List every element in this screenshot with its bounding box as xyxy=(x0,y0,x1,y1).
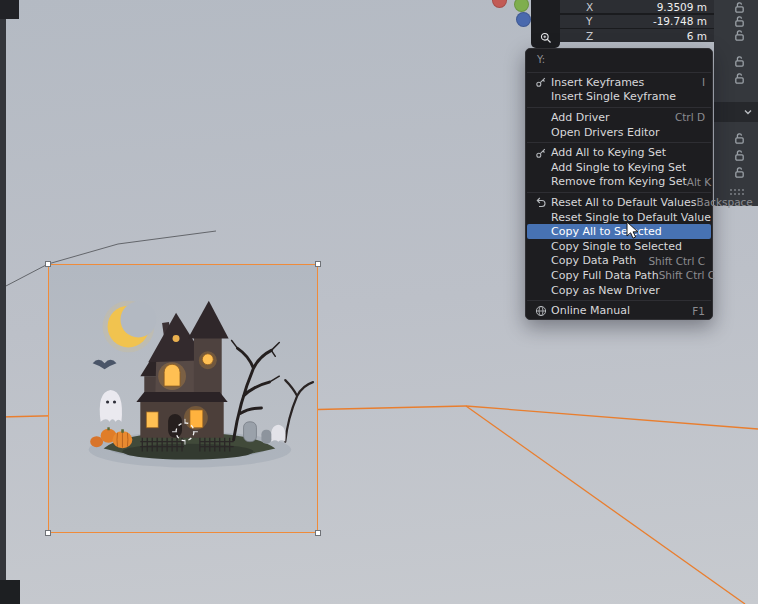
menu-item-shortcut: Backspace xyxy=(697,196,753,208)
menu-item-insert-single-keyframe[interactable]: Insert Single Keyframe xyxy=(526,90,712,105)
selection-handle-top-right[interactable] xyxy=(315,261,321,267)
field-value: -19.748 m xyxy=(653,15,714,27)
menu-item-label: Online Manual xyxy=(551,304,630,317)
lock-open-icon[interactable] xyxy=(733,29,746,42)
menu-item-label: Add Single to Keying Set xyxy=(551,161,686,174)
transform-location-fields: X 9.3509 m Y -19.748 m Z 6 m xyxy=(560,0,714,42)
menu-item-label: Copy as New Driver xyxy=(551,284,660,297)
key-icon xyxy=(532,76,549,88)
editor-edge-strip xyxy=(0,0,6,604)
gizmo-axis-z-ball[interactable] xyxy=(516,12,531,27)
selection-handle-top-left[interactable] xyxy=(45,261,51,267)
menu-item-label: Copy Single to Selected xyxy=(551,240,682,253)
chevron-down-icon xyxy=(743,107,753,117)
rotation-mode-dropdown[interactable] xyxy=(714,102,758,122)
field-label: Z xyxy=(560,30,612,42)
field-label: Y xyxy=(560,15,612,27)
adjacent-editor-corner-bottom xyxy=(0,580,20,604)
menu-item-reset-single-to-default-value[interactable]: Reset Single to Default Value xyxy=(526,210,712,225)
magnifier-icon xyxy=(540,32,552,44)
menu-item-shortcut: Shift Ctrl C xyxy=(659,269,716,281)
menu-item-copy-data-path[interactable]: Copy Data Path Shift Ctrl C xyxy=(526,254,712,269)
menu-item-label: Copy Full Data Path xyxy=(551,269,659,282)
menu-item-label: Open Drivers Editor xyxy=(551,126,660,139)
location-x-field[interactable]: X 9.3509 m xyxy=(560,0,714,13)
menu-item-remove-from-keying-set[interactable]: Remove from Keying Set Alt K xyxy=(526,175,712,190)
menu-item-shortcut: Alt K xyxy=(687,176,711,188)
menu-item-copy-single-to-selected[interactable]: Copy Single to Selected xyxy=(526,239,712,254)
menu-item-label: Add All to Keying Set xyxy=(551,146,666,159)
lock-open-icon[interactable] xyxy=(733,132,746,145)
menu-item-open-drivers-editor[interactable]: Open Drivers Editor xyxy=(526,125,712,140)
menu-item-reset-all-to-default-values[interactable]: Reset All to Default Values Backspace xyxy=(526,195,712,210)
menu-item-add-single-to-keying-set[interactable]: Add Single to Keying Set xyxy=(526,160,712,175)
menu-item-label: Insert Single Keyframe xyxy=(551,90,676,103)
menu-item-shortcut: Shift Ctrl C xyxy=(648,255,705,267)
menu-item-label: Remove from Keying Set xyxy=(551,175,687,188)
menu-item-insert-keyframes[interactable]: Insert Keyframes I xyxy=(526,75,712,90)
blender-3d-viewport: X 9.3509 m Y -19.748 m Z 6 m Y: Ins xyxy=(0,0,758,604)
halloween-house-scene xyxy=(49,265,317,532)
menu-item-label: Insert Keyframes xyxy=(551,76,644,89)
menu-item-label: Copy All to Selected xyxy=(551,225,662,238)
menu-item-copy-full-data-path[interactable]: Copy Full Data Path Shift Ctrl C xyxy=(526,268,712,283)
menu-item-online-manual[interactable]: Online Manual F1 xyxy=(526,303,712,318)
lock-open-icon[interactable] xyxy=(733,166,746,179)
lock-open-icon[interactable] xyxy=(733,149,746,162)
context-menu-header: Y: xyxy=(526,50,712,69)
globe-icon xyxy=(532,305,549,317)
menu-item-label: Reset All to Default Values xyxy=(551,196,697,209)
menu-item-copy-all-to-selected[interactable]: Copy All to Selected xyxy=(527,224,711,239)
menu-item-label: Copy Data Path xyxy=(551,254,636,267)
menu-item-shortcut: Ctrl D xyxy=(675,111,705,123)
lock-open-icon[interactable] xyxy=(733,72,746,85)
viewport-zoom-button[interactable] xyxy=(531,0,560,48)
field-value: 9.3509 m xyxy=(657,1,714,13)
menu-item-add-all-to-keying-set[interactable]: Add All to Keying Set xyxy=(526,145,712,160)
field-label: X xyxy=(560,1,612,13)
lock-open-icon[interactable] xyxy=(733,55,746,68)
adjacent-editor-corner-top xyxy=(0,0,19,19)
menu-item-label: Add Driver xyxy=(551,111,610,124)
key-icon xyxy=(532,147,549,159)
menu-item-shortcut: I xyxy=(702,76,705,88)
location-z-field[interactable]: Z 6 m xyxy=(560,29,714,42)
menu-item-copy-as-new-driver[interactable]: Copy as New Driver xyxy=(526,283,712,298)
location-y-field[interactable]: Y -19.748 m xyxy=(560,15,714,28)
field-context-menu: Y: Insert Keyframes I Insert Single Keyf… xyxy=(525,48,713,320)
lock-open-icon[interactable] xyxy=(733,15,746,28)
cursor-icon xyxy=(626,221,642,241)
undo-icon xyxy=(532,196,549,208)
menu-item-shortcut: F1 xyxy=(692,305,705,317)
field-value: 6 m xyxy=(687,30,714,42)
selection-handle-bottom-left[interactable] xyxy=(45,530,51,536)
sidebar-lock-column xyxy=(714,0,758,206)
lock-open-icon[interactable] xyxy=(733,1,746,14)
menu-item-add-driver[interactable]: Add Driver Ctrl D xyxy=(526,110,712,125)
selected-object-bounds[interactable] xyxy=(48,264,318,533)
selection-handle-bottom-right[interactable] xyxy=(315,530,321,536)
